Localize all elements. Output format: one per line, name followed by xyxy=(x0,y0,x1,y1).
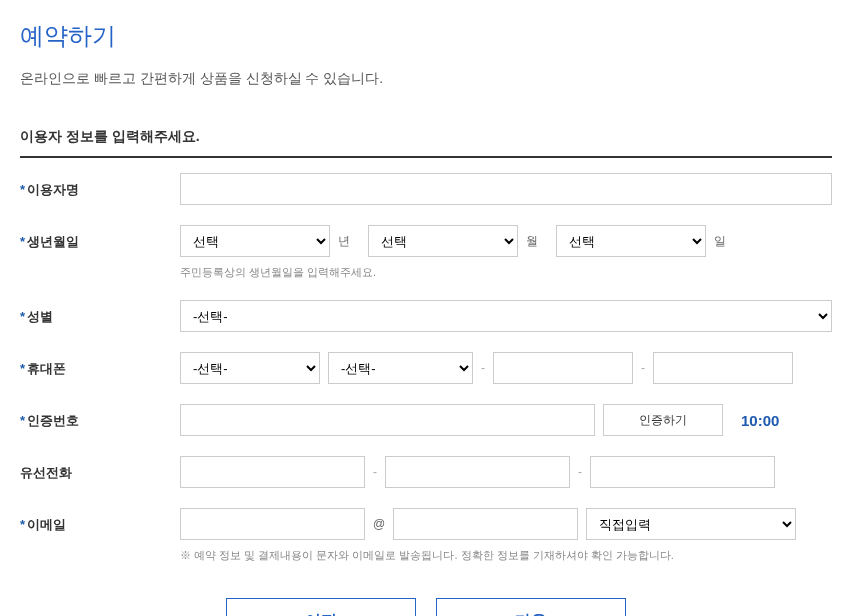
row-email: *이메일 @ 직접입력 ※ 예약 정보 및 결제내용이 문자와 이메일로 발송됩… xyxy=(20,508,832,563)
label-mobile-text: 휴대폰 xyxy=(27,361,66,376)
required-mark: * xyxy=(20,517,25,532)
required-mark: * xyxy=(20,413,25,428)
input-mobile-mid[interactable] xyxy=(493,352,633,384)
hint-email: ※ 예약 정보 및 결제내용이 문자와 이메일로 발송됩니다. 정확한 정보를 … xyxy=(180,548,832,563)
label-gender: *성별 xyxy=(20,300,180,326)
next-button[interactable]: 다음 xyxy=(436,598,626,616)
label-gender-text: 성별 xyxy=(27,309,53,324)
select-gender[interactable]: -선택- xyxy=(180,300,832,332)
input-landline-2[interactable] xyxy=(385,456,570,488)
input-email-local[interactable] xyxy=(180,508,365,540)
required-mark: * xyxy=(20,182,25,197)
label-authcode: *인증번호 xyxy=(20,404,180,430)
at-symbol: @ xyxy=(373,517,385,531)
label-username: *이용자명 xyxy=(20,173,180,199)
prev-button[interactable]: 이전 xyxy=(226,598,416,616)
select-email-domain[interactable]: 직접입력 xyxy=(586,508,796,540)
page-title: 예약하기 xyxy=(20,20,832,52)
unit-year: 년 xyxy=(338,233,350,250)
required-mark: * xyxy=(20,361,25,376)
label-birthdate-text: 생년월일 xyxy=(27,234,79,249)
label-landline-text: 유선전화 xyxy=(20,465,72,480)
verify-button[interactable]: 인증하기 xyxy=(603,404,723,436)
row-username: *이용자명 xyxy=(20,173,832,205)
input-username[interactable] xyxy=(180,173,832,205)
input-mobile-last[interactable] xyxy=(653,352,793,384)
select-mobile-carrier[interactable]: -선택- xyxy=(180,352,320,384)
input-landline-3[interactable] xyxy=(590,456,775,488)
row-landline: 유선전화 - - xyxy=(20,456,832,488)
button-row: 이전 다음 xyxy=(20,598,832,616)
hint-birthdate: 주민등록상의 생년월일을 입력해주세요. xyxy=(180,265,832,280)
label-birthdate: *생년월일 xyxy=(20,225,180,251)
label-email-text: 이메일 xyxy=(27,517,66,532)
dash-separator: - xyxy=(578,465,582,479)
section-title: 이용자 정보를 입력해주세요. xyxy=(20,128,832,158)
unit-month: 월 xyxy=(526,233,538,250)
input-landline-1[interactable] xyxy=(180,456,365,488)
label-email: *이메일 xyxy=(20,508,180,534)
input-authcode[interactable] xyxy=(180,404,595,436)
select-birth-day[interactable]: 선택 xyxy=(556,225,706,257)
label-landline: 유선전화 xyxy=(20,456,180,482)
auth-timer: 10:00 xyxy=(741,412,779,429)
dash-separator: - xyxy=(641,361,645,375)
required-mark: * xyxy=(20,309,25,324)
dash-separator: - xyxy=(481,361,485,375)
select-birth-month[interactable]: 선택 xyxy=(368,225,518,257)
row-gender: *성별 -선택- xyxy=(20,300,832,332)
unit-day: 일 xyxy=(714,233,726,250)
dash-separator: - xyxy=(373,465,377,479)
row-authcode: *인증번호 인증하기 10:00 xyxy=(20,404,832,436)
select-birth-year[interactable]: 선택 xyxy=(180,225,330,257)
row-birthdate: *생년월일 선택 년 선택 월 선택 일 주민등록상의 생년월일을 입력해주세요… xyxy=(20,225,832,280)
required-mark: * xyxy=(20,234,25,249)
label-authcode-text: 인증번호 xyxy=(27,413,79,428)
label-mobile: *휴대폰 xyxy=(20,352,180,378)
page-subtitle: 온라인으로 빠르고 간편하게 상품을 신청하실 수 있습니다. xyxy=(20,70,832,88)
input-email-domain[interactable] xyxy=(393,508,578,540)
select-mobile-prefix[interactable]: -선택- xyxy=(328,352,473,384)
label-username-text: 이용자명 xyxy=(27,182,79,197)
row-mobile: *휴대폰 -선택- -선택- - - xyxy=(20,352,832,384)
